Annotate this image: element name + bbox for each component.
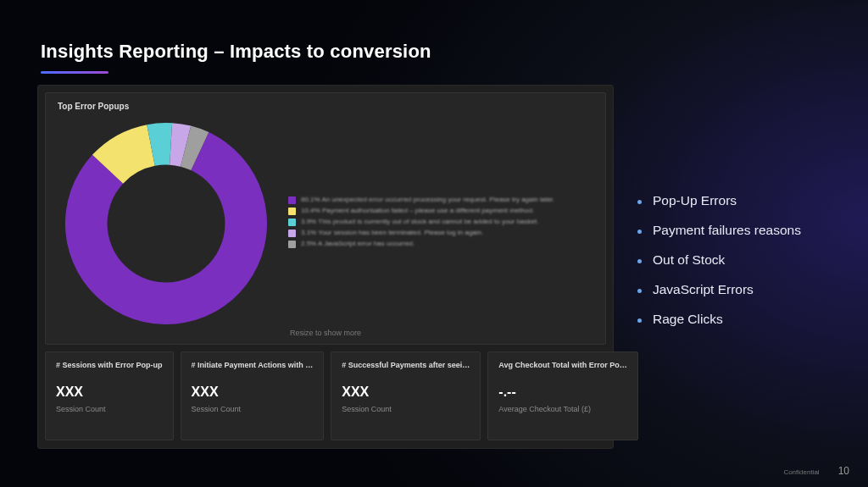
legend-label: 10.4% Payment authorisation failed – ple…	[301, 206, 534, 216]
chart-legend: 80.1% An unexpected error occurred proce…	[288, 195, 597, 250]
legend-swatch	[288, 219, 296, 226]
legend-label: 80.1% An unexpected error occurred proce…	[301, 195, 554, 205]
metric-sub: Session Count	[192, 405, 314, 413]
metric-card: # Successful Payments after seei…XXXSess…	[331, 351, 481, 440]
legend-row: 3.9% This product is currently out of st…	[288, 217, 597, 227]
metric-card: Avg Checkout Total with Error Po…-.--Ave…	[487, 351, 638, 440]
resize-note: Resize to show more	[46, 329, 605, 337]
metric-card: # Sessions with Error Pop-upXXXSession C…	[45, 351, 174, 440]
metric-value: -.--	[498, 385, 627, 400]
metric-value: XXX	[192, 385, 314, 400]
title-underline	[41, 71, 108, 74]
metric-sub: Average Checkout Total (£)	[498, 405, 627, 413]
legend-swatch	[288, 241, 296, 248]
legend-label: 3.9% This product is currently out of st…	[301, 217, 538, 227]
metric-title: # Sessions with Error Pop-up	[56, 361, 163, 369]
legend-row: 80.1% An unexpected error occurred proce…	[288, 195, 597, 205]
legend-swatch	[288, 208, 296, 215]
bullet-item: Out of Stock	[637, 252, 849, 268]
dashboard-panel: Top Error Popups 80.1% An unexpected err…	[37, 85, 614, 449]
metric-card: # Initiate Payment Actions with …XXXSess…	[181, 351, 325, 440]
legend-row: 3.1% Your session has been terminated. P…	[288, 228, 597, 238]
metric-value: XXX	[342, 385, 470, 400]
legend-label: 2.5% A JavaScript error has occurred.	[301, 239, 415, 249]
chart-card: Top Error Popups 80.1% An unexpected err…	[45, 92, 606, 345]
bullet-item: JavaScript Errors	[637, 282, 849, 297]
bullet-list: Pop-Up ErrorsPayment failures reasonsOut…	[637, 193, 849, 341]
slide-title: Insights Reporting – Impacts to conversi…	[41, 41, 431, 63]
confidential-label: Confidential	[783, 468, 819, 476]
metric-title: Avg Checkout Total with Error Po…	[498, 361, 627, 369]
bullet-item: Pop-Up Errors	[637, 193, 849, 208]
legend-label: 3.1% Your session has been terminated. P…	[301, 228, 483, 238]
metric-value: XXX	[56, 385, 163, 400]
page-number: 10	[838, 465, 849, 477]
bullet-item: Rage Clicks	[637, 312, 849, 327]
metric-title: # Successful Payments after seei…	[342, 361, 470, 369]
legend-swatch	[288, 196, 296, 204]
donut-chart	[61, 119, 271, 329]
metric-sub: Session Count	[342, 405, 470, 413]
metric-title: # Initiate Payment Actions with …	[192, 361, 314, 369]
legend-swatch	[288, 230, 296, 237]
legend-row: 2.5% A JavaScript error has occurred.	[288, 239, 597, 249]
metric-row: # Sessions with Error Pop-upXXXSession C…	[45, 351, 606, 440]
chart-title: Top Error Popups	[58, 102, 593, 111]
slide-footer: Confidential 10	[783, 465, 849, 477]
bullet-item: Payment failures reasons	[637, 223, 849, 238]
metric-sub: Session Count	[56, 405, 163, 413]
legend-row: 10.4% Payment authorisation failed – ple…	[288, 206, 597, 216]
